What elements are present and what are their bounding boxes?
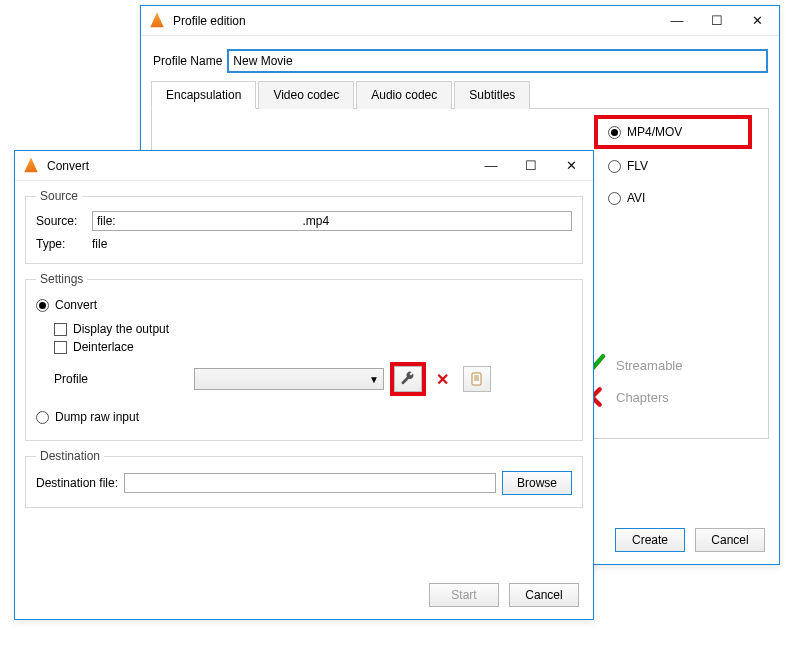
wrench-icon	[400, 371, 416, 387]
settings-legend: Settings	[36, 272, 87, 286]
radio-icon	[608, 126, 621, 139]
profile-name-input[interactable]	[228, 50, 767, 72]
edit-profile-button[interactable]	[394, 366, 422, 392]
minimize-button[interactable]: —	[471, 152, 511, 180]
svg-rect-0	[472, 373, 481, 385]
maximize-button[interactable]: ☐	[697, 7, 737, 35]
browse-button[interactable]: Browse	[502, 471, 572, 495]
format-mp4mov-label: MP4/MOV	[627, 125, 682, 139]
convert-radio-label: Convert	[55, 298, 97, 312]
create-button[interactable]: Create	[615, 528, 685, 552]
profile-titlebar[interactable]: Profile edition — ☐ ✕	[141, 6, 779, 36]
format-mp4mov-radio[interactable]: MP4/MOV	[598, 119, 748, 145]
convert-radio[interactable]: Convert	[36, 298, 572, 312]
profile-tabs: Encapsulation Video codec Audio codec Su…	[151, 80, 769, 109]
document-icon	[469, 371, 485, 387]
source-legend: Source	[36, 189, 82, 203]
format-flv-label: FLV	[627, 159, 648, 173]
checkbox-icon	[54, 323, 67, 336]
tab-subtitles[interactable]: Subtitles	[454, 81, 530, 109]
destination-input[interactable]	[124, 473, 496, 493]
tab-encapsulation[interactable]: Encapsulation	[151, 81, 256, 109]
feature-chapters: Chapters	[578, 386, 748, 408]
settings-group: Settings Convert Display the output Dein…	[25, 272, 583, 441]
format-flv-radio[interactable]: FLV	[598, 155, 748, 177]
radio-icon	[36, 411, 49, 424]
convert-window: Convert — ☐ ✕ Source Source: Type: file …	[14, 150, 594, 620]
profile-cancel-button[interactable]: Cancel	[695, 528, 765, 552]
dump-raw-label: Dump raw input	[55, 410, 139, 424]
vlc-cone-icon	[23, 158, 39, 174]
destination-group: Destination Destination file: Browse	[25, 449, 583, 508]
delete-profile-button[interactable]: ✕	[432, 370, 453, 389]
vlc-cone-icon	[149, 13, 165, 29]
profile-window-title: Profile edition	[173, 14, 246, 28]
source-group: Source Source: Type: file	[25, 189, 583, 264]
minimize-button[interactable]: —	[657, 7, 697, 35]
close-button[interactable]: ✕	[551, 152, 591, 180]
feature-chapters-label: Chapters	[616, 390, 669, 405]
profile-name-label: Profile Name	[153, 54, 222, 68]
type-value: file	[92, 237, 107, 251]
destination-label: Destination file:	[36, 476, 118, 490]
new-profile-button[interactable]	[463, 366, 491, 392]
start-button[interactable]: Start	[429, 583, 499, 607]
format-avi-radio[interactable]: AVI	[598, 187, 748, 209]
radio-icon	[608, 160, 621, 173]
feature-streamable: Streamable	[578, 354, 748, 376]
display-output-checkbox[interactable]: Display the output	[54, 322, 572, 336]
maximize-button[interactable]: ☐	[511, 152, 551, 180]
convert-window-title: Convert	[47, 159, 89, 173]
radio-icon	[608, 192, 621, 205]
convert-titlebar[interactable]: Convert — ☐ ✕	[15, 151, 593, 181]
profile-label: Profile	[54, 372, 184, 386]
convert-cancel-button[interactable]: Cancel	[509, 583, 579, 607]
deinterlace-checkbox[interactable]: Deinterlace	[54, 340, 572, 354]
source-label: Source:	[36, 214, 86, 228]
destination-legend: Destination	[36, 449, 104, 463]
checkbox-icon	[54, 341, 67, 354]
feature-streamable-label: Streamable	[616, 358, 682, 373]
chevron-down-icon: ▼	[369, 374, 379, 385]
profile-dropdown[interactable]: ▼	[194, 368, 384, 390]
display-output-label: Display the output	[73, 322, 169, 336]
source-input[interactable]	[92, 211, 572, 231]
tab-audio-codec[interactable]: Audio codec	[356, 81, 452, 109]
type-label: Type:	[36, 237, 86, 251]
tab-video-codec[interactable]: Video codec	[258, 81, 354, 109]
format-avi-label: AVI	[627, 191, 645, 205]
dump-raw-radio[interactable]: Dump raw input	[36, 410, 572, 424]
close-button[interactable]: ✕	[737, 7, 777, 35]
radio-icon	[36, 299, 49, 312]
deinterlace-label: Deinterlace	[73, 340, 134, 354]
